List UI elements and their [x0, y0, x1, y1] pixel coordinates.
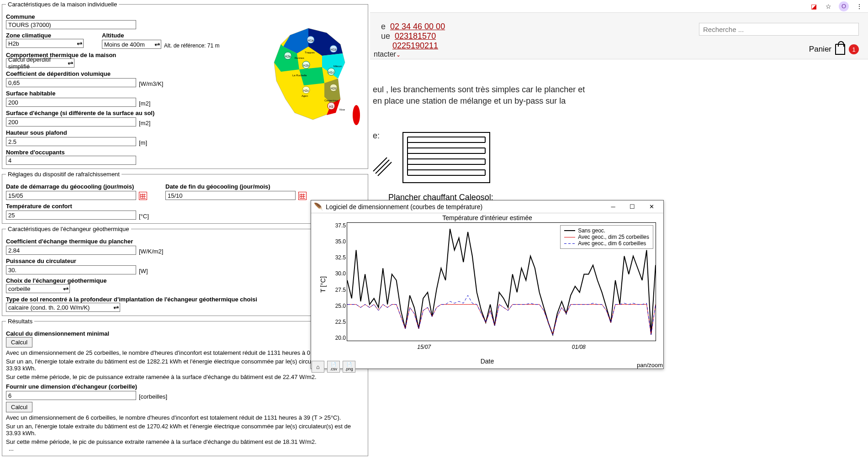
- cart-badge: 1: [849, 44, 859, 54]
- house-characteristics: Caractéristiques de la maison individuel…: [2, 1, 368, 169]
- svg-text:H2a: H2a: [285, 55, 291, 58]
- svg-text:H1c: H1c: [328, 71, 334, 74]
- bag-icon: [835, 44, 845, 55]
- comport-dropdown[interactable]: Calcul déperditif simplifié ⇄: [6, 58, 74, 68]
- browser-toolbar: ◪ ☆ O ⋮: [370, 0, 868, 13]
- commune-input[interactable]: [6, 20, 136, 29]
- png-button[interactable]: 📄.png: [343, 361, 355, 373]
- y-axis-label: T [°C]: [319, 276, 327, 293]
- ellipsis: ...: [9, 445, 364, 452]
- avatar[interactable]: O: [839, 1, 849, 11]
- dim-input[interactable]: [6, 391, 136, 400]
- star-icon[interactable]: ☆: [824, 2, 832, 11]
- zone-dropdown[interactable]: H2b ⇄: [6, 39, 84, 48]
- contact-menu[interactable]: ntacter⌄: [374, 50, 401, 58]
- coef2-unit: [W/K/m2]: [139, 248, 163, 255]
- chevron-down-icon: ⇄: [154, 42, 160, 47]
- svg-text:Trappes: Trappes: [305, 51, 315, 54]
- svg-text:H3: H3: [329, 105, 333, 108]
- chevron-down-icon: ⇄: [63, 286, 69, 291]
- phone-link-1[interactable]: 02 34 46 00 00: [390, 22, 445, 31]
- altitude-label: Altitude: [102, 32, 219, 39]
- search-box: [699, 23, 859, 36]
- phone-link-3[interactable]: 0225190211: [392, 41, 438, 50]
- surf-ech-input[interactable]: [6, 117, 136, 126]
- legend: Réglages du dispositif de rafraîchisseme…: [6, 171, 122, 178]
- surf-hab-input[interactable]: [6, 98, 136, 107]
- zone-label: Zone climatique: [6, 32, 84, 39]
- occ-input[interactable]: [6, 156, 136, 165]
- svg-text:Rennes: Rennes: [295, 57, 304, 59]
- chart-toolbar: ⌂ 📄.csv 📄.png: [312, 361, 355, 373]
- x-axis-label: Date: [311, 358, 663, 365]
- minimize-button[interactable]: ─: [604, 202, 622, 212]
- calendar-icon[interactable]: [298, 192, 307, 200]
- power-unit: [W]: [139, 268, 148, 274]
- heating-diagram: [371, 128, 494, 187]
- altitude-dropdown[interactable]: Moins de 400m ⇄: [102, 40, 161, 49]
- coef2-input[interactable]: [6, 246, 136, 255]
- svg-text:Mâcon: Mâcon: [333, 65, 342, 68]
- svg-text:H2c: H2c: [303, 89, 309, 92]
- csv-button[interactable]: 📄.csv: [327, 361, 340, 373]
- end-date-input[interactable]: [165, 191, 296, 200]
- chart-window: 🪶 Logiciel de dimensionnement (courbes d…: [311, 200, 664, 369]
- phone-list: e 02 34 46 00 00 ue 023181570 0225190211: [381, 22, 445, 51]
- chevron-down-icon: ⇄: [77, 41, 82, 46]
- phone-link-2[interactable]: 023181570: [395, 32, 436, 41]
- chevron-down-icon: ⇄: [113, 305, 119, 310]
- cart-label: Panier: [809, 45, 831, 54]
- title-bar: 🪶 Logiciel de dimensionnement (courbes d…: [311, 200, 663, 213]
- pan-zoom-label: pan/zoom: [637, 362, 867, 474]
- alt-ref-text: Alt. de référence: 71 m: [164, 42, 219, 49]
- result-text-5: Sur un an, l'énergie totale extraite du …: [6, 423, 364, 437]
- surf-hab-unit: [m2]: [139, 100, 150, 107]
- chevron-down-icon: ⇄: [68, 61, 73, 66]
- y-ticks: 37.535.032.530.027.525.022.520.0: [329, 222, 346, 341]
- result-text-6: Sur cette même période, le pic de puissa…: [6, 438, 364, 445]
- calendar-icon[interactable]: [139, 192, 147, 200]
- site-header: e 02 34 46 00 00 ue 023181570 0225190211…: [370, 13, 868, 59]
- svg-text:H2d: H2d: [331, 87, 337, 90]
- maximize-button[interactable]: ☐: [623, 202, 641, 212]
- dim-label: Fournir une dimension d'échangeur (corbe…: [6, 383, 364, 390]
- occ-label: Nombre d'occupants: [6, 149, 364, 156]
- calcul-button-2[interactable]: Calcul: [6, 402, 32, 412]
- power-input[interactable]: [6, 265, 136, 274]
- choice-dropdown[interactable]: corbeille ⇄: [6, 284, 70, 293]
- cart[interactable]: Panier 1: [809, 44, 859, 55]
- home-button[interactable]: ⌂: [312, 361, 324, 373]
- legend: Résultats: [6, 318, 34, 325]
- svg-text:Nice: Nice: [339, 108, 345, 111]
- commune-label: Commune: [6, 13, 364, 20]
- start-label: Date de démarrage du géocooling (jour/mo…: [6, 183, 147, 190]
- svg-point-0: [353, 105, 360, 125]
- soil-dropdown[interactable]: calcaire (cond. th. 2,00 W/m/K) ⇄: [6, 303, 120, 312]
- app-icon: 🪶: [314, 202, 323, 211]
- search-input[interactable]: [699, 23, 859, 36]
- france-map: H1a H1b H1c H2a H2b H2c H2d H3 Trappes R…: [263, 21, 363, 131]
- chart-title: Température d'intérieur estimée: [311, 214, 663, 221]
- hauteur-input[interactable]: [6, 137, 136, 146]
- legend: Sans geoc.Avec geoc., dim 25 corbeillesA…: [560, 225, 653, 249]
- x-ticks: 15/0701/08: [347, 344, 656, 350]
- start-date-input[interactable]: [6, 191, 136, 200]
- close-button[interactable]: ✕: [642, 202, 661, 212]
- result-text-4: Avec un dimensionnement de 6 corbeilles,…: [6, 414, 364, 421]
- calcul-button[interactable]: Calcul: [6, 337, 32, 348]
- svg-text:Carpentras: Carpentras: [324, 99, 338, 102]
- extension-icon[interactable]: ◪: [810, 2, 818, 11]
- temp-input[interactable]: [6, 211, 136, 220]
- menu-icon[interactable]: ⋮: [855, 2, 863, 11]
- temp-unit: [°C]: [139, 213, 149, 220]
- dim-unit: [corbeilles]: [139, 393, 167, 400]
- svg-text:H1b: H1b: [331, 48, 337, 51]
- coef-input[interactable]: [6, 78, 136, 87]
- svg-text:Agen: Agen: [302, 95, 308, 97]
- window-title: Logiciel de dimensionnement (courbes de …: [326, 203, 604, 211]
- chevron-down-icon: ⌄: [396, 52, 401, 58]
- hauteur-unit: [m]: [139, 139, 147, 146]
- svg-text:H1a: H1a: [308, 39, 314, 42]
- end-label: Date de fin du géocooling (jour/mois): [165, 183, 307, 190]
- surf-ech-unit: [m2]: [139, 120, 150, 126]
